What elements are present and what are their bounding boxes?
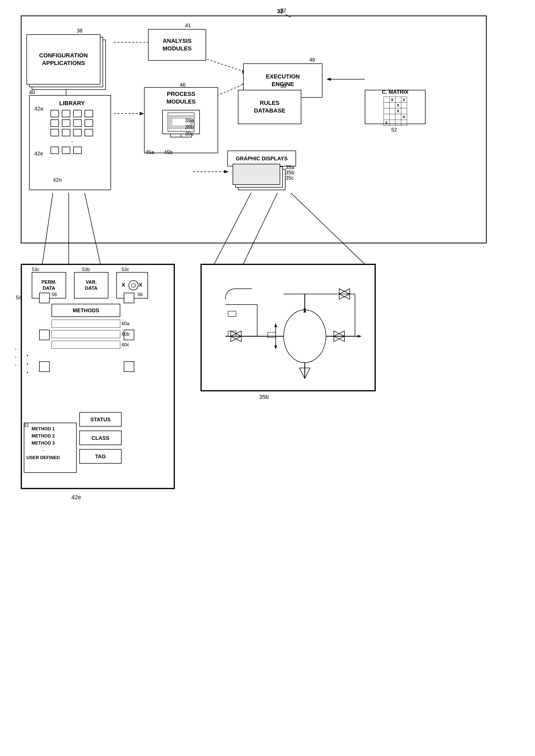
figure-number: 32 [280, 7, 286, 14]
ref-38: 38 [77, 28, 82, 34]
svg-line-2 [286, 14, 291, 17]
svg-marker-73 [274, 345, 277, 349]
svg-text:X: X [122, 282, 125, 288]
ref-45b: 45b [164, 149, 173, 155]
svg-line-44 [214, 193, 251, 264]
svg-point-55 [131, 283, 136, 287]
input-box-1 [39, 293, 50, 303]
svg-marker-14 [140, 112, 144, 115]
ref-41: 41 [185, 22, 191, 29]
ref-35c: 35c [286, 175, 294, 181]
ref-48: 48 [309, 57, 315, 63]
ref-50: 50 [280, 83, 286, 89]
ref-42e: 42e [34, 150, 43, 157]
ref-60b: 60b [122, 332, 129, 337]
ref-39b: 39b [185, 124, 194, 130]
svg-point-57 [284, 310, 326, 363]
svg-line-5 [204, 58, 243, 71]
svg-text:·: · [15, 353, 17, 361]
svg-text:X: X [139, 282, 142, 288]
config-applications-box: CONFIGURATIONAPPLICATIONS [26, 34, 100, 85]
analysis-modules-box: ANALYSISMODULES [148, 29, 206, 61]
svg-marker-72 [274, 323, 277, 327]
var-data-box: VAR.DATA [74, 272, 108, 299]
class-box: CLASS [79, 431, 122, 445]
svg-point-54 [129, 281, 138, 290]
process-modules-box: PROCESSMODULES [144, 87, 218, 153]
ref-42a: 42a [34, 106, 43, 112]
svg-marker-12 [326, 78, 331, 81]
method-line-60a [51, 320, 120, 328]
svg-rect-46 [162, 110, 200, 134]
ref-56: 56 [137, 292, 143, 297]
methods-box: METHODS [51, 304, 120, 317]
method-line-60b [51, 330, 120, 338]
ref-53a: 53c [32, 267, 40, 272]
method-line-60c [51, 341, 120, 349]
output-box-3 [124, 361, 134, 372]
ref-40: 40 [29, 89, 35, 95]
svg-marker-60 [358, 335, 362, 338]
ref-61: 61 [24, 423, 29, 428]
ref-42e-bottom: 42e [71, 494, 81, 501]
ref-53b: 53b [82, 267, 90, 272]
svg-line-19 [243, 193, 277, 264]
ref-39a: 39a [185, 118, 194, 123]
rules-database-box: RULESDATABASE [238, 90, 301, 124]
ref-46: 46 [180, 82, 185, 88]
svg-rect-80 [228, 311, 236, 316]
svg-rect-82 [268, 332, 276, 338]
ref-53c: 53c [122, 267, 129, 272]
svg-line-42 [42, 193, 53, 264]
methods-list-content: METHOD 1 METHOD 2 METHOD 3 · USER DEFINE… [26, 425, 60, 461]
input-box-2 [39, 330, 50, 340]
svg-text:·: · [15, 345, 17, 353]
svg-marker-18 [224, 170, 229, 173]
ref-58: 58 [51, 292, 57, 297]
dots-left: ··· [26, 351, 29, 377]
config-applications-stack: CONFIGURATIONAPPLICATIONS [26, 34, 111, 93]
ref-39c: 39c [185, 131, 193, 137]
ref-45a: 45a [145, 149, 154, 155]
display-35b-box [201, 264, 375, 391]
ref-35b-bottom: 35b [259, 393, 269, 400]
diagram-container: 32 [0, 0, 535, 756]
matrix-table: xx x x x x [383, 97, 407, 126]
c-matrix-box: C. MATRIX xx x x x x [365, 90, 426, 124]
input-box-3 [39, 361, 50, 372]
ref-60c: 60c [122, 342, 129, 348]
svg-line-43 [85, 193, 100, 264]
svg-text:·: · [15, 361, 17, 369]
tag-box: TAG [79, 449, 122, 464]
output-box-1 [124, 293, 134, 303]
ref-54: 54 [16, 294, 22, 301]
svg-line-45 [291, 193, 365, 264]
ref-60a: 60a [122, 321, 129, 327]
ref-42n: 42n [53, 177, 62, 183]
status-box: STATUS [79, 412, 122, 427]
graphic-displays-screens [233, 164, 291, 193]
ref-52: 52 [391, 127, 397, 133]
methods-list-box: METHOD 1 METHOD 2 METHOD 3 · USER DEFINE… [24, 423, 77, 473]
